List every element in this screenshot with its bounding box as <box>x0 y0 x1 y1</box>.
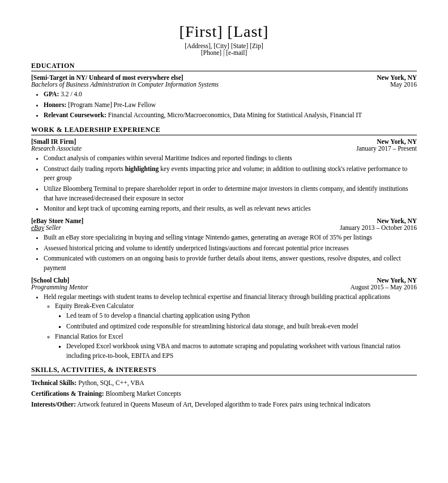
edu-bullet-honors: Honors: [Program Name] Pre-Law Fellow <box>44 100 417 110</box>
ebay-date: January 2013 – October 2016 <box>340 224 417 231</box>
ir-bullets: Conduct analysis of companies within sev… <box>44 153 417 213</box>
education-section: EDUCATION [Semi-Target in NY/ Unheard of… <box>31 62 417 120</box>
club-sub-ratios: Financial Ratios for Excel Developed Exc… <box>55 332 417 360</box>
resume-header: [First] [Last] [Address], [City] [State]… <box>31 23 417 56</box>
ebay-bullets: Built an eBay store specializing in buyi… <box>44 233 417 273</box>
ebay-bullet-3: Communicated with customers on an ongoin… <box>44 254 417 272</box>
skills-section: SKILLS, ACTIVITIES, & INTERESTS Technica… <box>31 366 417 409</box>
ir-bullet-3: Utilize Bloomberg Terminal to prepare sh… <box>44 184 417 203</box>
club-square-equity: Led team of 5 to develop a financial cha… <box>66 311 417 331</box>
club-title: Programming Mentor <box>31 284 88 290</box>
club-sq-3: Developed Excel workbook using VBA and m… <box>66 341 417 360</box>
skills-interests: Interests/Other: Artwork featured in Que… <box>31 400 417 409</box>
ir-location: New York, NY <box>377 138 417 145</box>
club-date: August 2015 – May 2016 <box>350 284 417 290</box>
header-name: [First] [Last] <box>31 23 417 41</box>
ebay-org: [eBay Store Name] <box>31 217 83 224</box>
edu-location: New York, NY <box>377 74 417 81</box>
edu-bullet-coursework: Relevant Coursework: Financial Accountin… <box>44 110 417 120</box>
ir-title: Research Associate <box>31 145 82 152</box>
education-title: EDUCATION <box>31 62 417 71</box>
club-bullet-1: Held regular meetings with student teams… <box>44 292 417 361</box>
ir-date: January 2017 – Present <box>356 145 417 152</box>
work-section: WORK & LEADERSHIP EXPERIENCE [Small IR F… <box>31 126 417 360</box>
work-title: WORK & LEADERSHIP EXPERIENCE <box>31 126 417 135</box>
education-entry: [Semi-Target in NY/ Unheard of most ever… <box>31 74 417 120</box>
edu-org: [Semi-Target in NY/ Unheard of most ever… <box>31 74 184 81</box>
club-square-ratios: Developed Excel workbook using VBA and m… <box>66 341 417 360</box>
club-sq-1: Led team of 5 to develop a financial cha… <box>66 311 417 320</box>
header-contact: [Phone] | [e-mail] <box>31 49 417 56</box>
work-entry-ir: [Small IR Firm] New York, NY Research As… <box>31 138 417 213</box>
ebay-bullet-2: Assessed historical pricing and volume t… <box>44 243 417 253</box>
work-entry-ebay: [eBay Store Name] New York, NY eBay Sell… <box>31 217 417 273</box>
work-entry-club: [School Club] New York, NY Programming M… <box>31 277 417 361</box>
ir-org: [Small IR Firm] <box>31 138 76 145</box>
skills-certifications: Certifications & Training: Bloomberg Mar… <box>31 389 417 399</box>
club-org: [School Club] <box>31 277 69 284</box>
club-sq-2: Contributed and optimized code responsib… <box>66 322 417 331</box>
club-location: New York, NY <box>377 277 417 284</box>
header-address: [Address], [City] [State] [Zip] <box>31 42 417 49</box>
ebay-title: eBay Seller <box>31 224 61 231</box>
skills-technical: Technical Skills: Python, SQL, C++, VBA <box>31 378 417 388</box>
edu-degree: Bachelors of Business Administration in … <box>31 81 219 88</box>
ir-bullet-1: Conduct analysis of companies within sev… <box>44 153 417 163</box>
ir-bullet-2: Construct daily trading reports highligh… <box>44 164 417 183</box>
ebay-bullet-1: Built an eBay store specializing in buyi… <box>44 233 417 242</box>
edu-bullet-gpa: GPA: 3.2 / 4.0 <box>44 89 417 99</box>
edu-bullets: GPA: 3.2 / 4.0 Honors: [Program Name] Pr… <box>44 89 417 120</box>
skills-title: SKILLS, ACTIVITIES, & INTERESTS <box>31 366 417 375</box>
ebay-location: New York, NY <box>377 217 417 224</box>
edu-date: May 2016 <box>390 81 417 88</box>
club-sub-equity: Equity Break-Even Calculator Led team of… <box>55 301 417 331</box>
club-sub-bullets: Equity Break-Even Calculator Led team of… <box>55 301 417 360</box>
club-bullets: Held regular meetings with student teams… <box>44 292 417 361</box>
ir-bullet-4: Monitor and kept track of upcoming earni… <box>44 204 417 213</box>
